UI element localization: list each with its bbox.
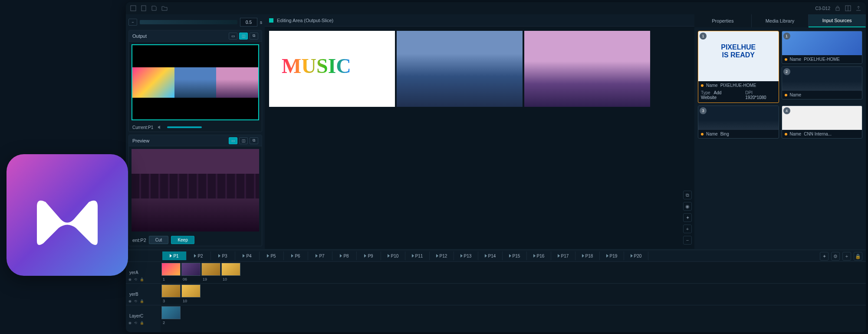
program-P7[interactable]: P7 [308, 251, 332, 260]
clip[interactable]: 06 [181, 263, 201, 276]
monitor-icon[interactable]: ▭ [229, 33, 237, 40]
editing-canvas[interactable]: MUSIC ⧉ ◉ ✦ + − [265, 26, 694, 249]
program-P12[interactable]: P12 [430, 251, 454, 260]
split-icon[interactable]: ◫ [239, 137, 248, 144]
track-b[interactable]: 3 10 [161, 283, 866, 305]
tab-properties[interactable]: Properties [694, 14, 752, 27]
layer-a-label[interactable]: yerA◉⟲🔒 [126, 261, 161, 283]
transition-value-input[interactable] [240, 18, 257, 26]
collapse-icon[interactable]: − [128, 19, 137, 26]
program-P1[interactable]: P1 [162, 251, 187, 260]
program-P3[interactable]: P3 [211, 251, 235, 260]
program-P18[interactable]: P18 [575, 251, 600, 260]
program-P9[interactable]: P9 [357, 251, 381, 260]
menu-icon[interactable] [130, 5, 136, 11]
clip[interactable]: 3 [161, 284, 181, 298]
output-thumb-2 [174, 67, 217, 98]
program-P11[interactable]: P11 [405, 251, 430, 260]
tl-lock-icon[interactable]: 🔒 [854, 252, 862, 261]
clip[interactable]: 10 [181, 284, 201, 298]
source-card-3[interactable]: 2 Name [782, 66, 863, 99]
right-tabs: Properties Media Library Input Sources [694, 14, 866, 27]
program-P13[interactable]: P13 [454, 251, 478, 260]
preview-canvas[interactable] [132, 149, 259, 231]
sources-grid: 1PIXELHUE IS READY NamePIXELHUE-HOME Typ… [694, 27, 866, 142]
source-card-2[interactable]: 1 NamePIXELHUE-HOME [782, 31, 863, 64]
editing-header: Editing Area (Output-Slice) [265, 14, 694, 26]
camera-tool-icon[interactable]: ◉ [683, 202, 692, 211]
source-card-4[interactable]: 3 NameBing [698, 106, 779, 139]
program-P14[interactable]: P14 [478, 251, 503, 260]
clip[interactable]: 1 [161, 263, 181, 276]
source-card-5[interactable]: 4 NameCNN Interna... [782, 106, 863, 139]
logo-m-icon [24, 172, 111, 258]
tl-gear-icon[interactable]: ⚙ [831, 252, 840, 261]
canvas-slice-1[interactable]: MUSIC [269, 31, 395, 107]
tab-input-sources[interactable]: Input Sources [809, 14, 866, 27]
output-title: Output [132, 33, 147, 39]
editing-title: Editing Area (Output-Slice) [277, 18, 333, 23]
tab-media-library[interactable]: Media Library [752, 14, 809, 27]
device-label: C3-D12 [815, 6, 830, 11]
volume-slider[interactable] [167, 126, 202, 128]
titlebar: C3-D12 [126, 2, 866, 14]
preview-panel: Preview ▭ ◫ ⧉ ent:P2 Cut Keep [128, 135, 262, 246]
app-window: C3-D12 − s Output ▭ ◫ ⧉ [126, 2, 866, 332]
export-icon[interactable] [855, 5, 861, 11]
monitor-icon[interactable]: ▭ [229, 137, 237, 144]
program-P5[interactable]: P5 [260, 251, 284, 260]
copy-icon[interactable]: ⧉ [250, 137, 258, 144]
program-P6[interactable]: P6 [284, 251, 308, 260]
app-logo [7, 154, 128, 276]
layer-b-label[interactable]: yerB◉⟲🔒 [126, 283, 161, 305]
output-panel: Output ▭ ◫ ⧉ Current:P1 [128, 30, 262, 132]
output-thumb-3 [216, 67, 258, 98]
volume-icon[interactable] [158, 125, 163, 130]
program-P4[interactable]: P4 [235, 251, 260, 260]
file-icon[interactable] [141, 5, 147, 11]
lock-icon[interactable] [835, 5, 841, 11]
center-column: Editing Area (Output-Slice) MUSIC ⧉ ◉ ✦ … [265, 14, 694, 249]
keep-button[interactable]: Keep [171, 236, 194, 244]
right-column: Properties Media Library Input Sources 1… [694, 14, 866, 249]
target-tool-icon[interactable]: ✦ [683, 213, 692, 222]
left-column: − s Output ▭ ◫ ⧉ [126, 14, 265, 249]
svg-rect-0 [131, 6, 136, 11]
tl-add-icon[interactable]: + [842, 252, 851, 261]
save-icon[interactable] [151, 5, 157, 11]
program-P19[interactable]: P19 [600, 251, 624, 260]
source-badge: 1 [700, 33, 707, 40]
cut-button[interactable]: Cut [149, 236, 169, 244]
output-thumb-1 [132, 67, 174, 98]
timeline: yerA◉⟲🔒 yerB◉⟲🔒 LayerC◉⟲🔒 ✦ ⚙ + 🔒 P1P2P3… [126, 250, 866, 332]
program-P8[interactable]: P8 [332, 251, 357, 260]
program-P10[interactable]: P10 [381, 251, 405, 260]
program-P20[interactable]: P20 [624, 251, 648, 260]
copy-icon[interactable]: ⧉ [250, 33, 258, 40]
editing-indicator-icon [269, 18, 273, 23]
program-P16[interactable]: P16 [527, 251, 551, 260]
layer-c-label[interactable]: LayerC◉⟲🔒 [126, 305, 161, 327]
clip[interactable]: 2 [161, 306, 181, 319]
svg-rect-2 [836, 8, 839, 10]
program-P15[interactable]: P15 [503, 251, 527, 260]
remove-tool-icon[interactable]: − [683, 236, 692, 245]
clip[interactable]: 19 [201, 263, 220, 276]
program-P2[interactable]: P2 [187, 251, 211, 260]
split-icon[interactable]: ◫ [239, 33, 248, 40]
source-card-1[interactable]: 1PIXELHUE IS READY NamePIXELHUE-HOME Typ… [698, 31, 779, 103]
output-preview[interactable] [132, 44, 259, 120]
track-a[interactable]: 1 06 19 10 [161, 261, 866, 283]
tl-target-icon[interactable]: ✦ [820, 252, 829, 261]
add-tool-icon[interactable]: + [683, 225, 692, 233]
program-P17[interactable]: P17 [551, 251, 575, 260]
clip[interactable]: 10 [221, 263, 240, 276]
transition-slider[interactable] [140, 20, 237, 24]
canvas-slice-3[interactable] [524, 31, 650, 107]
folder-icon[interactable] [161, 5, 168, 11]
copy-tool-icon[interactable]: ⧉ [683, 191, 692, 199]
canvas-slice-2[interactable] [397, 31, 523, 107]
transition-bar: − s [128, 17, 262, 27]
layout-icon[interactable] [845, 5, 851, 11]
track-c[interactable]: 2 [161, 305, 866, 327]
